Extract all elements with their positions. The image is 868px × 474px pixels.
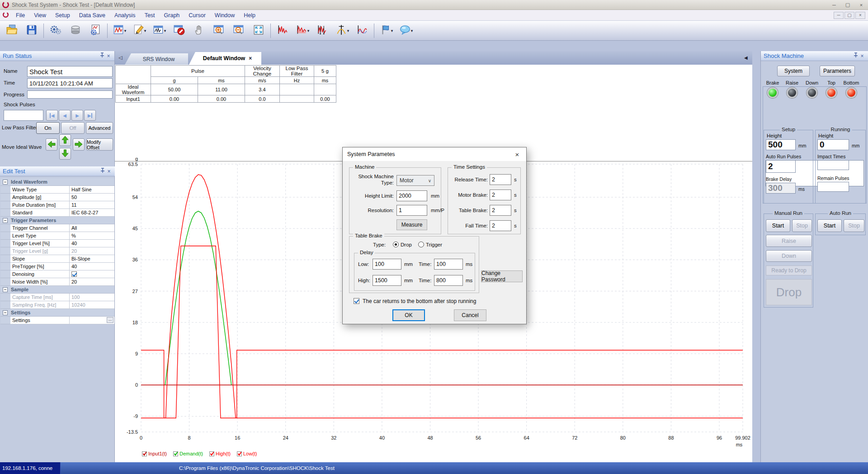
pin-icon[interactable] bbox=[853, 52, 859, 59]
parameters-tab-button[interactable]: Parameters bbox=[820, 66, 855, 76]
waveform-area-button[interactable]: ▾ bbox=[292, 22, 312, 39]
time-setting-field[interactable]: 2 bbox=[490, 190, 511, 200]
first-pulse-button[interactable]: ◀ bbox=[46, 110, 58, 121]
machine-config-button[interactable] bbox=[85, 22, 105, 39]
return-bottom-checkbox[interactable] bbox=[354, 298, 359, 306]
pin-icon[interactable] bbox=[99, 52, 105, 59]
test-name-field[interactable]: Shock Test bbox=[27, 66, 113, 77]
close-button[interactable]: × bbox=[854, 1, 868, 9]
menu-graph[interactable]: Graph bbox=[160, 11, 184, 20]
menu-setup[interactable]: Setup bbox=[51, 11, 75, 20]
legend-checkbox[interactable] bbox=[209, 451, 214, 456]
delay-height-field[interactable]: 100 bbox=[373, 259, 401, 270]
auto-run-pulses-field[interactable]: 2 bbox=[766, 160, 796, 173]
collapse-icon[interactable] bbox=[3, 218, 8, 223]
property-value[interactable]: % bbox=[70, 232, 114, 240]
collapse-icon[interactable] bbox=[3, 180, 8, 185]
device-button[interactable] bbox=[66, 22, 85, 39]
property-value[interactable]: 40 bbox=[70, 240, 114, 247]
save-button[interactable] bbox=[22, 22, 42, 39]
property-value[interactable]: IEC 68-2-27 bbox=[70, 209, 114, 217]
menu-test[interactable]: Test bbox=[140, 11, 160, 20]
last-pulse-button[interactable]: ▶ bbox=[84, 110, 96, 121]
dropdown-arrow-icon[interactable]: ▾ bbox=[411, 28, 413, 33]
property-value[interactable]: 50 bbox=[70, 194, 114, 201]
legend-checkbox[interactable] bbox=[173, 451, 178, 456]
next-pulse-button[interactable]: ▶ bbox=[71, 110, 83, 121]
restore-button[interactable]: ▢ bbox=[841, 1, 854, 9]
ok-button[interactable]: OK bbox=[392, 309, 425, 321]
tab-srs-window[interactable]: SRS Window bbox=[125, 53, 188, 65]
flag-button[interactable]: ▾ bbox=[376, 22, 396, 39]
collapse-icon[interactable] bbox=[3, 310, 8, 315]
more-button[interactable]: ... bbox=[107, 317, 113, 323]
menu-view[interactable]: View bbox=[29, 11, 51, 20]
close-panel-icon[interactable]: × bbox=[106, 168, 112, 175]
property-value[interactable]: Half Sine bbox=[70, 186, 114, 194]
lpf-on-button[interactable]: On bbox=[36, 122, 60, 134]
property-value[interactable] bbox=[70, 270, 114, 278]
stop-display-button[interactable] bbox=[169, 22, 189, 39]
time-setting-field[interactable]: 2 bbox=[490, 205, 511, 216]
system-tab-button[interactable]: System bbox=[777, 66, 810, 76]
resolution-field[interactable]: 1 bbox=[396, 205, 427, 216]
lpf-advanced-button[interactable]: Advanced bbox=[86, 122, 113, 134]
close-panel-icon[interactable]: × bbox=[859, 53, 865, 59]
move-up-button[interactable] bbox=[59, 134, 71, 146]
time-setting-field[interactable]: 2 bbox=[490, 220, 511, 231]
zoom-out-button[interactable] bbox=[229, 22, 249, 39]
minimize-button[interactable]: ─ bbox=[827, 1, 841, 9]
tab-default-window[interactable]: Default Window× bbox=[189, 52, 261, 65]
dropdown-arrow-icon[interactable]: ▾ bbox=[307, 28, 310, 33]
shock-pulses-field[interactable] bbox=[4, 110, 43, 121]
time-setting-field[interactable]: 2 bbox=[490, 174, 511, 185]
menu-file[interactable]: File bbox=[11, 11, 29, 20]
move-down-button[interactable] bbox=[59, 148, 71, 160]
fit-view-button[interactable] bbox=[249, 22, 269, 39]
delay-height-field[interactable]: 1500 bbox=[373, 275, 401, 286]
system-settings-button[interactable] bbox=[46, 22, 66, 39]
mdi-minimize-button[interactable]: ─ bbox=[834, 12, 844, 19]
dropdown-arrow-icon[interactable]: ▾ bbox=[347, 28, 349, 33]
property-value[interactable]: ... bbox=[70, 317, 114, 324]
pin-icon[interactable] bbox=[99, 168, 106, 175]
property-value[interactable]: Bi-Slope bbox=[70, 255, 114, 263]
move-right-button[interactable] bbox=[73, 138, 85, 151]
checkbox-icon[interactable] bbox=[71, 271, 77, 277]
waveform-button[interactable] bbox=[273, 22, 292, 39]
legend-checkbox[interactable] bbox=[237, 451, 242, 456]
measure-button[interactable]: Measure bbox=[396, 219, 427, 230]
dropdown-arrow-icon[interactable]: ▾ bbox=[164, 28, 166, 33]
pan-button[interactable] bbox=[189, 22, 209, 39]
mdi-restore-button[interactable]: ▢ bbox=[844, 12, 854, 19]
mdi-close-button[interactable]: × bbox=[855, 12, 865, 19]
delay-time-field[interactable]: 800 bbox=[434, 275, 463, 286]
radio-trigger[interactable]: Trigger bbox=[418, 242, 442, 247]
move-left-button[interactable] bbox=[46, 138, 57, 151]
tab-close-icon[interactable]: × bbox=[249, 55, 252, 62]
lpf-off-button[interactable]: Off bbox=[61, 122, 85, 134]
zoom-in-button[interactable] bbox=[209, 22, 229, 39]
machine-type-select[interactable]: Motor ∨ bbox=[396, 175, 434, 186]
property-value[interactable]: 11 bbox=[70, 201, 114, 209]
cancel-button[interactable]: Cancel bbox=[454, 309, 486, 321]
dropdown-arrow-icon[interactable]: ▾ bbox=[391, 28, 393, 33]
time-field[interactable]: 10/11/2021 10:21:04 AM bbox=[27, 78, 113, 88]
close-panel-icon[interactable]: × bbox=[105, 53, 112, 59]
radio-drop[interactable]: Drop bbox=[393, 242, 412, 247]
menu-window[interactable]: Window bbox=[210, 11, 239, 20]
edit-button[interactable]: ▾ bbox=[129, 22, 149, 39]
property-value[interactable]: 40 bbox=[70, 263, 114, 270]
multi-wave-button[interactable] bbox=[352, 22, 372, 39]
auto-start-button[interactable]: Start bbox=[817, 219, 842, 232]
property-value[interactable]: All bbox=[70, 224, 114, 232]
menu-data-save[interactable]: Data Save bbox=[75, 11, 110, 20]
tab-scroll-left-button[interactable]: ◁ bbox=[118, 55, 122, 61]
change-password-button[interactable]: Change Password bbox=[481, 270, 523, 282]
waveform-marker-button[interactable] bbox=[312, 22, 332, 39]
annotation-button[interactable]: ▾ bbox=[396, 22, 416, 39]
menu-help[interactable]: Help bbox=[239, 11, 260, 20]
height-limit-field[interactable]: 2000 bbox=[396, 190, 427, 201]
manual-start-button[interactable]: Start bbox=[766, 219, 790, 232]
tab-scroll-right-button[interactable]: ◀ bbox=[744, 55, 748, 60]
